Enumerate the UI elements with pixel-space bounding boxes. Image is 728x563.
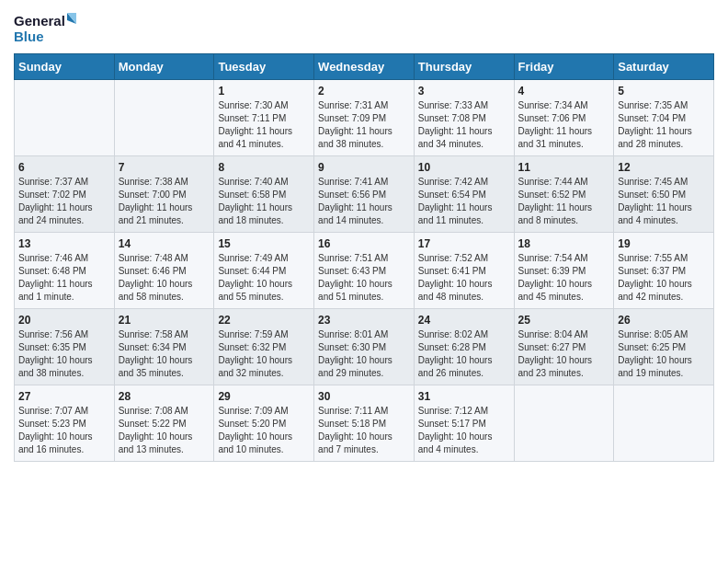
- calendar-cell: 7Sunrise: 7:38 AMSunset: 7:00 PMDaylight…: [114, 156, 214, 233]
- calendar-week-row: 20Sunrise: 7:56 AMSunset: 6:35 PMDayligh…: [15, 309, 714, 385]
- calendar-cell: 15Sunrise: 7:49 AMSunset: 6:44 PMDayligh…: [214, 233, 314, 309]
- day-number: 8: [218, 161, 310, 174]
- cell-content: Sunrise: 7:48 AMSunset: 6:46 PMDaylight:…: [119, 252, 210, 304]
- cell-content: Sunrise: 7:46 AMSunset: 6:48 PMDaylight:…: [18, 252, 110, 304]
- cell-content: Sunrise: 8:05 AMSunset: 6:25 PMDaylight:…: [618, 328, 710, 380]
- calendar-cell: 9Sunrise: 7:41 AMSunset: 6:56 PMDaylight…: [314, 156, 415, 233]
- day-number: 3: [418, 85, 510, 98]
- day-number: 21: [119, 314, 210, 327]
- day-number: 25: [518, 314, 610, 327]
- svg-text:Blue: Blue: [14, 29, 44, 44]
- calendar-week-row: 13Sunrise: 7:46 AMSunset: 6:48 PMDayligh…: [15, 233, 714, 309]
- day-number: 9: [318, 161, 410, 174]
- weekday-header-tuesday: Tuesday: [214, 54, 314, 80]
- cell-content: Sunrise: 8:01 AMSunset: 6:30 PMDaylight:…: [318, 328, 410, 380]
- cell-content: Sunrise: 7:59 AMSunset: 6:32 PMDaylight:…: [218, 328, 310, 380]
- day-number: 19: [618, 237, 710, 250]
- day-number: 29: [218, 390, 310, 403]
- calendar-cell: [114, 80, 214, 156]
- day-number: 24: [418, 314, 510, 327]
- day-number: 1: [218, 85, 310, 98]
- calendar-cell: 20Sunrise: 7:56 AMSunset: 6:35 PMDayligh…: [15, 309, 115, 385]
- cell-content: Sunrise: 7:42 AMSunset: 6:54 PMDaylight:…: [418, 176, 510, 227]
- cell-content: Sunrise: 7:45 AMSunset: 6:50 PMDaylight:…: [618, 176, 710, 227]
- cell-content: Sunrise: 7:54 AMSunset: 6:39 PMDaylight:…: [518, 252, 610, 304]
- calendar-table: SundayMondayTuesdayWednesdayThursdayFrid…: [14, 53, 714, 462]
- weekday-header-monday: Monday: [114, 54, 214, 80]
- calendar-cell: 23Sunrise: 8:01 AMSunset: 6:30 PMDayligh…: [314, 309, 415, 385]
- weekday-header-saturday: Saturday: [614, 54, 714, 80]
- calendar-cell: 22Sunrise: 7:59 AMSunset: 6:32 PMDayligh…: [214, 309, 314, 385]
- calendar-cell: 8Sunrise: 7:40 AMSunset: 6:58 PMDaylight…: [214, 156, 314, 233]
- calendar-week-row: 27Sunrise: 7:07 AMSunset: 5:23 PMDayligh…: [15, 385, 714, 462]
- day-number: 2: [318, 85, 410, 98]
- calendar-cell: 12Sunrise: 7:45 AMSunset: 6:50 PMDayligh…: [614, 156, 714, 233]
- calendar-cell: 17Sunrise: 7:52 AMSunset: 6:41 PMDayligh…: [414, 233, 514, 309]
- weekday-header-friday: Friday: [514, 54, 614, 80]
- cell-content: Sunrise: 7:31 AMSunset: 7:09 PMDaylight:…: [318, 99, 410, 151]
- calendar-cell: 16Sunrise: 7:51 AMSunset: 6:43 PMDayligh…: [314, 233, 415, 309]
- header: General Blue: [14, 9, 714, 46]
- day-number: 5: [618, 85, 710, 98]
- calendar-cell: [15, 80, 115, 156]
- cell-content: Sunrise: 7:38 AMSunset: 7:00 PMDaylight:…: [119, 176, 210, 227]
- day-number: 6: [18, 161, 110, 174]
- day-number: 28: [119, 390, 210, 403]
- logo: General Blue: [14, 9, 78, 46]
- calendar-cell: 27Sunrise: 7:07 AMSunset: 5:23 PMDayligh…: [15, 385, 115, 462]
- day-number: 17: [418, 237, 510, 250]
- cell-content: Sunrise: 7:58 AMSunset: 6:34 PMDaylight:…: [119, 328, 210, 380]
- cell-content: Sunrise: 7:49 AMSunset: 6:44 PMDaylight:…: [218, 252, 310, 304]
- calendar-cell: [514, 385, 614, 462]
- calendar-cell: 1Sunrise: 7:30 AMSunset: 7:11 PMDaylight…: [214, 80, 314, 156]
- calendar-cell: 29Sunrise: 7:09 AMSunset: 5:20 PMDayligh…: [214, 385, 314, 462]
- calendar-cell: 19Sunrise: 7:55 AMSunset: 6:37 PMDayligh…: [614, 233, 714, 309]
- cell-content: Sunrise: 7:34 AMSunset: 7:06 PMDaylight:…: [518, 99, 610, 151]
- cell-content: Sunrise: 7:52 AMSunset: 6:41 PMDaylight:…: [418, 252, 510, 304]
- calendar-cell: 11Sunrise: 7:44 AMSunset: 6:52 PMDayligh…: [514, 156, 614, 233]
- day-number: 15: [218, 237, 310, 250]
- calendar-cell: 24Sunrise: 8:02 AMSunset: 6:28 PMDayligh…: [414, 309, 514, 385]
- calendar-cell: 2Sunrise: 7:31 AMSunset: 7:09 PMDaylight…: [314, 80, 415, 156]
- calendar-cell: 5Sunrise: 7:35 AMSunset: 7:04 PMDaylight…: [614, 80, 714, 156]
- cell-content: Sunrise: 7:44 AMSunset: 6:52 PMDaylight:…: [518, 176, 610, 227]
- calendar-cell: 26Sunrise: 8:05 AMSunset: 6:25 PMDayligh…: [614, 309, 714, 385]
- calendar-cell: 14Sunrise: 7:48 AMSunset: 6:46 PMDayligh…: [114, 233, 214, 309]
- cell-content: Sunrise: 8:02 AMSunset: 6:28 PMDaylight:…: [418, 328, 510, 380]
- day-number: 22: [218, 314, 310, 327]
- weekday-header-row: SundayMondayTuesdayWednesdayThursdayFrid…: [15, 54, 714, 80]
- calendar-cell: 6Sunrise: 7:37 AMSunset: 7:02 PMDaylight…: [15, 156, 115, 233]
- cell-content: Sunrise: 7:56 AMSunset: 6:35 PMDaylight:…: [18, 328, 110, 380]
- calendar-cell: 10Sunrise: 7:42 AMSunset: 6:54 PMDayligh…: [414, 156, 514, 233]
- calendar-cell: 4Sunrise: 7:34 AMSunset: 7:06 PMDaylight…: [514, 80, 614, 156]
- cell-content: Sunrise: 7:33 AMSunset: 7:08 PMDaylight:…: [418, 99, 510, 151]
- day-number: 26: [618, 314, 710, 327]
- day-number: 23: [318, 314, 410, 327]
- cell-content: Sunrise: 7:35 AMSunset: 7:04 PMDaylight:…: [618, 99, 710, 151]
- cell-content: Sunrise: 7:07 AMSunset: 5:23 PMDaylight:…: [18, 405, 110, 456]
- day-number: 31: [418, 390, 510, 403]
- calendar-cell: 28Sunrise: 7:08 AMSunset: 5:22 PMDayligh…: [114, 385, 214, 462]
- day-number: 30: [318, 390, 410, 403]
- day-number: 14: [119, 237, 210, 250]
- logo-svg: General Blue: [14, 9, 78, 46]
- calendar-container: General Blue SundayMondayTuesdayWednesda…: [0, 0, 728, 471]
- weekday-header-thursday: Thursday: [414, 54, 514, 80]
- svg-text:General: General: [14, 13, 65, 29]
- cell-content: Sunrise: 7:11 AMSunset: 5:18 PMDaylight:…: [318, 405, 410, 456]
- cell-content: Sunrise: 7:08 AMSunset: 5:22 PMDaylight:…: [119, 405, 210, 456]
- cell-content: Sunrise: 7:09 AMSunset: 5:20 PMDaylight:…: [218, 405, 310, 456]
- day-number: 11: [518, 161, 610, 174]
- weekday-header-wednesday: Wednesday: [314, 54, 415, 80]
- day-number: 10: [418, 161, 510, 174]
- calendar-cell: 13Sunrise: 7:46 AMSunset: 6:48 PMDayligh…: [15, 233, 115, 309]
- calendar-cell: 3Sunrise: 7:33 AMSunset: 7:08 PMDaylight…: [414, 80, 514, 156]
- day-number: 27: [18, 390, 110, 403]
- calendar-week-row: 6Sunrise: 7:37 AMSunset: 7:02 PMDaylight…: [15, 156, 714, 233]
- day-number: 12: [618, 161, 710, 174]
- cell-content: Sunrise: 7:51 AMSunset: 6:43 PMDaylight:…: [318, 252, 410, 304]
- calendar-cell: 21Sunrise: 7:58 AMSunset: 6:34 PMDayligh…: [114, 309, 214, 385]
- day-number: 20: [18, 314, 110, 327]
- day-number: 13: [18, 237, 110, 250]
- calendar-cell: 31Sunrise: 7:12 AMSunset: 5:17 PMDayligh…: [414, 385, 514, 462]
